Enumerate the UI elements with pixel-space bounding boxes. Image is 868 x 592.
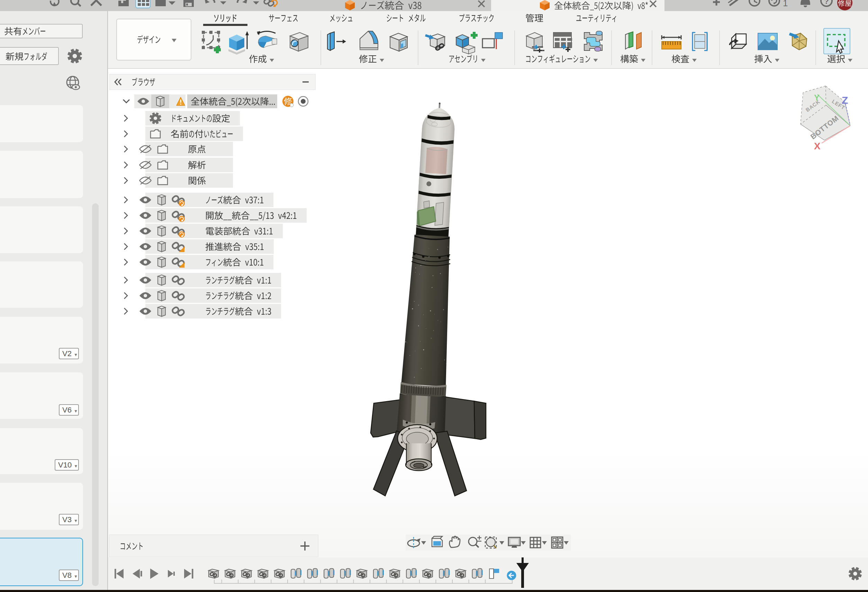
svg-text:?: ?: [824, 0, 828, 6]
svg-text:Z: Z: [842, 94, 848, 106]
svg-text:X: X: [814, 141, 821, 152]
svg-text:Y: Y: [814, 93, 819, 102]
